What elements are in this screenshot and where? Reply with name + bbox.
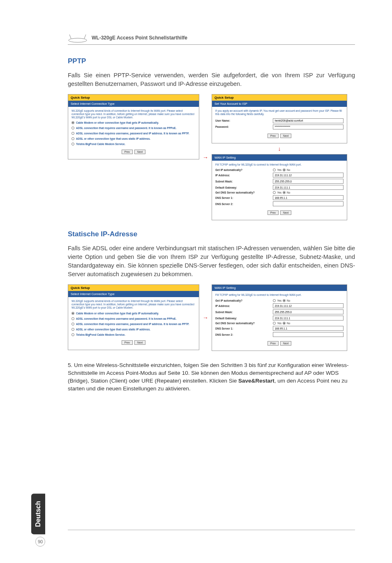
opt-bigpond[interactable]: Telstra BigPond Cable Modem Service. [71, 143, 196, 145]
radio-icon [71, 328, 74, 331]
footer-rule [68, 530, 355, 530]
arrow-down-icon: ↓ [212, 145, 347, 152]
dns2-input[interactable] [273, 201, 344, 206]
quick-setup-header-2: Quick Setup [68, 285, 199, 291]
dns1-label: DNS Server 1: [215, 327, 273, 330]
ip-input[interactable] [273, 173, 344, 178]
opt-cable-modem[interactable]: Cable Modem or other connection type tha… [71, 121, 196, 124]
dns1-input[interactable] [273, 326, 344, 331]
radio-icon [71, 127, 74, 129]
radio-icon [283, 322, 286, 325]
select-connection-subheader-2: Select Internet Connection Type [68, 291, 199, 297]
quick-setup-desc-2: WL320gE supports several kinds of connec… [71, 300, 196, 309]
get-ip-label: Get IP automatically? [215, 299, 273, 302]
router-icon [68, 33, 88, 43]
wan-ip-subheader: WAN IP Setting [212, 155, 347, 161]
save-restart-label: Save&Restart [238, 378, 274, 384]
pptp-body: Falls Sie einen PPTP-Service verwenden, … [68, 71, 355, 88]
arrow-right-icon: → [203, 314, 208, 321]
opt-static-ip[interactable]: ADSL or other connection type that uses … [71, 328, 196, 331]
svg-line-1 [69, 35, 71, 39]
radio-icon [71, 132, 74, 135]
prev-button[interactable]: Prev [122, 340, 133, 345]
wan-ip-panel: WAN IP Setting Fill TCP/IP setting for W… [212, 154, 347, 221]
gateway-label: Default Gateway: [215, 186, 273, 189]
pptp-heading: PPTP [68, 57, 355, 65]
select-connection-subheader: Select Internet Connection Type [68, 101, 199, 107]
opt-pptp[interactable]: ADSL connection that requires username, … [71, 132, 196, 135]
subnet-input[interactable] [273, 309, 344, 314]
gateway-input[interactable] [273, 185, 344, 190]
document-title: WL-320gE Access Point Schnellstarthilfe [92, 35, 187, 41]
wan-ip-panel-2: WAN IP Setting Fill TCP/IP setting for W… [212, 284, 347, 351]
gateway-label: Default Gateway: [215, 317, 273, 320]
wan-ip-desc: Fill TCP/IP setting for WL320gE to conne… [215, 163, 344, 166]
opt-pppoe[interactable]: ADSL connection that requires username a… [71, 127, 196, 129]
radio-icon [71, 317, 74, 320]
document-header: WL-320gE Access Point Schnellstarthilfe [68, 33, 355, 45]
get-ip-radios[interactable]: Yes No [273, 168, 344, 171]
pptp-panels: Quick Setup Select Internet Connection T… [68, 94, 355, 220]
quick-setup-header: Quick Setup [68, 95, 199, 101]
ip-label: IP Address: [215, 174, 273, 177]
get-dns-label: Get DNS Server automatically? [215, 322, 273, 325]
prev-button[interactable]: Prev [267, 341, 279, 346]
radio-icon [273, 191, 276, 194]
page-number: 90 [35, 537, 45, 547]
opt-pptp[interactable]: ADSL connection that requires username, … [71, 323, 196, 325]
get-dns-radios[interactable]: Yes No [273, 322, 344, 325]
get-ip-label: Get IP automatically? [215, 168, 273, 171]
radio-icon [71, 312, 74, 315]
quick-setup-desc: WL320gE supports several kinds of connec… [71, 109, 196, 119]
subnet-input[interactable] [273, 179, 344, 184]
ip-label: IP Address: [215, 305, 273, 307]
isp-account-panel: Quick Setup Set Your Account to ISP If y… [212, 94, 347, 143]
dns2-label: DNS Server 2: [215, 203, 273, 205]
radio-icon [283, 168, 286, 171]
next-button[interactable]: Next [134, 340, 145, 345]
subnet-label: Subnet Mask: [215, 311, 273, 314]
next-button[interactable]: Next [280, 134, 291, 138]
username-label: User Name: [215, 119, 273, 122]
radio-icon [71, 143, 74, 145]
get-ip-radios[interactable]: Yes No [273, 299, 344, 302]
password-label: Password: [215, 125, 273, 128]
prev-button[interactable]: Prev [122, 150, 133, 154]
radio-icon [71, 137, 74, 140]
get-dns-radios[interactable]: Yes No [273, 191, 344, 194]
gateway-input[interactable] [273, 316, 344, 321]
isp-quick-setup-header: Quick Setup [212, 95, 347, 101]
radio-icon [283, 191, 286, 194]
prev-button[interactable]: Prev [267, 210, 279, 215]
next-button[interactable]: Next [280, 210, 291, 215]
step-5-text: 5. Um eine Wireless-Schnittstelle einzur… [68, 362, 355, 393]
svg-line-2 [84, 35, 86, 39]
radio-icon [273, 168, 276, 171]
arrow-right-icon: → [203, 154, 208, 161]
ip-input[interactable] [273, 303, 344, 308]
dns1-label: DNS Server 1: [215, 196, 273, 199]
dns2-label: DNS Server 2: [215, 333, 273, 336]
opt-cable-modem[interactable]: Cable Modem or other connection type tha… [71, 312, 196, 315]
password-input[interactable] [273, 125, 344, 129]
static-ip-body: Falls Sie ADSL oder eine andere Verbindu… [68, 244, 355, 279]
radio-icon [71, 121, 74, 124]
username-input[interactable] [273, 118, 344, 123]
get-dns-label: Get DNS Server automatically? [215, 191, 273, 194]
radio-icon [283, 299, 286, 302]
static-ip-heading: Statische IP-Adresse [68, 230, 355, 238]
next-button[interactable]: Next [280, 341, 291, 346]
quick-setup-panel: Quick Setup Select Internet Connection T… [68, 94, 199, 159]
static-ip-panels: Quick Setup Select Internet Connection T… [68, 284, 355, 351]
dns1-input[interactable] [273, 195, 344, 200]
prev-button[interactable]: Prev [267, 134, 279, 138]
opt-bigpond[interactable]: Telstra BigPond Cable Modem Service. [71, 333, 196, 336]
radio-icon [71, 323, 74, 325]
opt-pppoe[interactable]: ADSL connection that requires username a… [71, 317, 196, 320]
next-button[interactable]: Next [134, 150, 145, 154]
opt-static-ip[interactable]: ADSL or other connection type that uses … [71, 137, 196, 140]
dns2-input[interactable] [273, 332, 344, 337]
radio-icon [273, 299, 276, 302]
radio-icon [71, 333, 74, 336]
wan-ip-desc-2: Fill TCP/IP setting for WL320gE to conne… [215, 293, 344, 297]
